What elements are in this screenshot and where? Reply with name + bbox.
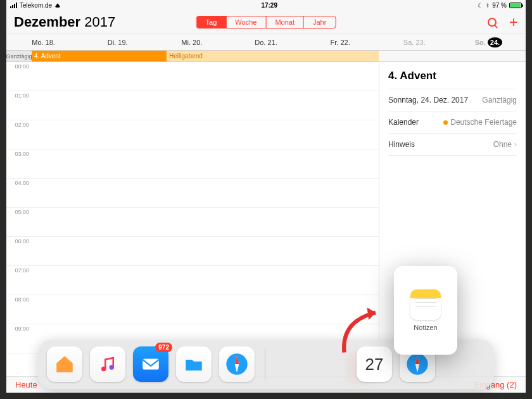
seg-year[interactable]: Jahr	[304, 16, 335, 28]
drag-preview-notes[interactable]: Notizen	[394, 266, 457, 355]
hour-label: 08:00	[6, 295, 32, 324]
event-title: 4. Advent	[388, 70, 517, 82]
hour-label: 05:00	[6, 208, 32, 236]
hour-label: 01:00	[6, 91, 32, 120]
event-date: Sonntag, 24. Dez. 2017	[388, 96, 468, 104]
day-sat[interactable]: Sa. 23.	[377, 39, 452, 46]
battery-icon	[509, 3, 522, 8]
day-fri[interactable]: Fr. 22.	[303, 39, 377, 46]
dock-music-app[interactable]	[90, 346, 125, 382]
weekday-strip: Mo. 18. Di. 19. Mi. 20. Do. 21. Fr. 22. …	[6, 34, 526, 51]
dock-safari-app[interactable]	[219, 346, 255, 382]
day-sun[interactable]: So. 24.	[452, 39, 526, 46]
hour-label: 00:00	[6, 62, 32, 91]
alert-row[interactable]: Hinweis Ohne›	[388, 134, 517, 156]
page-title: Dezember 2017	[14, 14, 115, 30]
search-icon[interactable]	[488, 18, 497, 27]
hour-label: 03:00	[6, 149, 32, 178]
dock-home-app[interactable]	[47, 346, 82, 382]
header: Dezember 2017 Tag Woche Monat Jahr +	[6, 10, 526, 34]
annotation-arrow	[336, 304, 393, 361]
mail-badge: 972	[155, 343, 172, 352]
event-allday: Ganztägig	[482, 96, 517, 104]
hour-label: 07:00	[6, 266, 32, 294]
view-segmented-control[interactable]: Tag Woche Monat Jahr	[196, 16, 336, 28]
signal-icon	[10, 3, 17, 8]
allday-label: Ganztägig	[6, 51, 32, 61]
allday-row: Ganztägig 4. Advent Heiligabend	[6, 51, 526, 62]
hour-label: 09:00	[6, 324, 32, 353]
notes-icon	[410, 289, 441, 320]
allday-event-heiligabend[interactable]: Heiligabend	[165, 51, 379, 61]
dock-files-app[interactable]	[176, 346, 212, 382]
bluetooth-icon: ᚼ	[486, 2, 490, 9]
moon-icon: ☾	[478, 2, 483, 9]
day-thu[interactable]: Do. 21.	[229, 39, 303, 46]
seg-month[interactable]: Monat	[266, 16, 304, 28]
svg-rect-2	[142, 359, 159, 370]
chevron-right-icon: ›	[514, 140, 517, 149]
add-event-icon[interactable]: +	[509, 18, 518, 27]
notes-label: Notizen	[414, 324, 437, 331]
seg-week[interactable]: Woche	[226, 16, 266, 28]
dock-mail-app[interactable]: 972	[133, 346, 168, 382]
day-tue[interactable]: Di. 19.	[80, 39, 155, 46]
hour-label: 02:00	[6, 120, 32, 149]
seg-day[interactable]: Tag	[197, 16, 227, 28]
calendar-row[interactable]: Kalender Deutsche Feiertage	[388, 111, 517, 134]
svg-marker-9	[367, 307, 376, 320]
timeline[interactable]: 00:00 01:00 02:00 03:00 04:00 05:00 06:0…	[6, 62, 379, 376]
allday-event-advent[interactable]: 4. Advent	[32, 51, 165, 61]
carrier-label: Telekom.de	[20, 2, 52, 9]
calendar-color-dot	[443, 120, 448, 125]
day-wed[interactable]: Mi. 20.	[155, 39, 229, 46]
battery-percent: 97 %	[492, 2, 507, 9]
dock-separator	[265, 348, 265, 380]
wifi-icon	[54, 3, 61, 8]
hour-label: 04:00	[6, 179, 32, 207]
svg-point-1	[110, 365, 115, 370]
today-button[interactable]: Heute	[15, 380, 37, 390]
status-bar: Telekom.de 17:29 ☾ ᚼ 97 %	[6, 0, 526, 10]
status-time: 17:29	[61, 2, 478, 9]
svg-point-0	[101, 367, 106, 372]
hour-label: 06:00	[6, 237, 32, 265]
day-mon[interactable]: Mo. 18.	[6, 39, 80, 46]
